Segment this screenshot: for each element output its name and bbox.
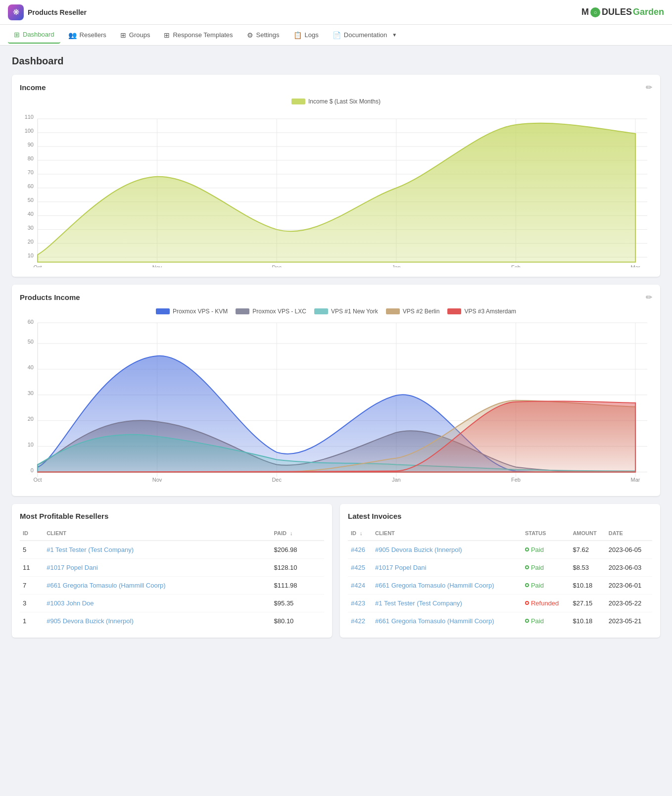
invoice-link[interactable]: #424 [351,582,365,589]
row-inv-date: 2023-05-22 [606,594,652,612]
products-svg: 0 10 20 30 40 50 60 [20,319,652,487]
page-title: Dashboard [12,55,660,67]
brand-logo: M ○ DULES Garden [581,7,664,17]
most-profitable-header-row: ID CLIENT PAID ↓ [20,526,324,541]
row-id: 5 [20,541,44,559]
row-client[interactable]: #1017 Popel Dani [44,558,271,576]
app-logo: ❋ Products Reseller [8,4,87,20]
svg-text:Dec: Dec [272,264,282,267]
client-link[interactable]: #905 Devora Buzick (Innerpol) [47,617,134,625]
col-inv-amount: AMOUNT [570,526,605,541]
svg-text:110: 110 [25,114,34,120]
row-paid: $206.98 [271,541,324,559]
page-content: Dashboard Income ✏ Income $ (Last Six Mo… [0,46,672,647]
row-inv-date: 2023-06-03 [606,558,652,576]
row-paid: $95.35 [271,594,324,612]
legend-vps3: VPS #3 Amsterdam [447,308,516,315]
col-inv-id: ID ↓ [348,526,372,541]
inv-client-link[interactable]: #1017 Popel Dani [375,564,426,571]
svg-text:Oct: Oct [33,477,42,483]
legend-vps2: VPS #2 Berlin [386,308,440,315]
nav-response-templates[interactable]: ⊞ Response Templates [158,27,239,43]
client-link[interactable]: #1 Test Tester (Test Company) [47,546,134,553]
row-inv-client[interactable]: #1017 Popel Dani [372,558,522,576]
edit-income-icon[interactable]: ✏ [646,83,652,92]
row-inv-client[interactable]: #1 Test Tester (Test Company) [372,594,522,612]
latest-invoices-section: Latest Invoices ID ↓ CLIENT STATUS AMOUN… [340,504,660,638]
row-paid: $128.10 [271,558,324,576]
row-inv-id[interactable]: #424 [348,576,372,594]
income-svg: 10 20 30 40 50 60 70 80 90 100 110 [20,109,652,267]
most-profitable-title: Most Profitable Resellers [20,512,324,520]
row-inv-client[interactable]: #661 Gregoria Tomasulo (Hammill Coorp) [372,576,522,594]
row-inv-status: Paid [522,541,570,559]
row-inv-amount: $27.15 [570,594,605,612]
row-inv-client[interactable]: #661 Gregoria Tomasulo (Hammill Coorp) [372,612,522,630]
client-link[interactable]: #1017 Popel Dani [47,564,97,571]
row-client[interactable]: #661 Gregoria Tomasulo (Hammill Coorp) [44,576,271,594]
row-paid: $80.10 [271,612,324,630]
row-inv-id[interactable]: #426 [348,541,372,559]
products-income-legend: Proxmox VPS - KVM Proxmox VPS - LXC VPS … [20,308,652,315]
svg-text:30: 30 [28,390,34,396]
nav-logs[interactable]: 📋 Logs [288,27,325,43]
svg-text:10: 10 [28,441,34,447]
invoice-link[interactable]: #422 [351,617,365,625]
nav-resellers[interactable]: 👥 Resellers [62,27,112,43]
income-chart-card: Income ✏ Income $ (Last Six Months) 10 2… [12,75,660,277]
income-chart-title: Income [20,83,46,92]
app-name: Products Reseller [28,8,87,16]
invoice-link[interactable]: #426 [351,546,365,553]
svg-text:50: 50 [28,338,34,344]
svg-text:70: 70 [28,169,34,175]
invoice-link[interactable]: #423 [351,599,365,607]
svg-text:Jan: Jan [392,477,401,483]
row-id: 1 [20,612,44,630]
table-row: #422 #661 Gregoria Tomasulo (Hammill Coo… [348,612,652,630]
row-client[interactable]: #1 Test Tester (Test Company) [44,541,271,559]
status-badge: Paid [525,546,567,553]
svg-text:Dec: Dec [272,477,282,483]
row-client[interactable]: #905 Devora Buzick (Innerpol) [44,612,271,630]
row-inv-amount: $8.53 [570,558,605,576]
row-inv-status: Paid [522,558,570,576]
status-badge: Refunded [525,599,567,607]
table-row: 3 #1003 John Doe $95.35 [20,594,324,612]
row-inv-client[interactable]: #905 Devora Buzick (Innerpol) [372,541,522,559]
nav-groups[interactable]: ⊞ Groups [114,27,156,43]
row-inv-id[interactable]: #425 [348,558,372,576]
inv-client-link[interactable]: #661 Gregoria Tomasulo (Hammill Coorp) [375,617,494,625]
svg-text:30: 30 [28,225,34,231]
income-legend: Income $ (Last Six Months) [20,98,652,105]
nav-dashboard[interactable]: ⊞ Dashboard [8,27,60,44]
inv-client-link[interactable]: #905 Devora Buzick (Innerpol) [375,546,462,553]
status-dot [525,547,529,551]
client-link[interactable]: #661 Gregoria Tomasulo (Hammill Coorp) [47,582,165,589]
svg-text:Mar: Mar [631,477,640,483]
products-income-chart-card: Products Income ✏ Proxmox VPS - KVM Prox… [12,285,660,496]
row-inv-id[interactable]: #423 [348,594,372,612]
row-client[interactable]: #1003 John Doe [44,594,271,612]
sort-paid-icon: ↓ [290,530,293,536]
client-link[interactable]: #1003 John Doe [47,599,94,607]
chevron-down-icon: ▼ [392,32,397,38]
invoice-link[interactable]: #425 [351,564,365,571]
row-inv-id[interactable]: #422 [348,612,372,630]
svg-text:Jan: Jan [392,264,401,267]
row-id: 3 [20,594,44,612]
svg-text:60: 60 [28,183,34,189]
inv-client-link[interactable]: #1 Test Tester (Test Company) [375,599,462,607]
row-inv-date: 2023-06-05 [606,541,652,559]
app-icon: ❋ [8,4,24,20]
edit-products-income-icon[interactable]: ✏ [646,293,652,302]
status-badge: Paid [525,582,567,589]
inv-client-link[interactable]: #661 Gregoria Tomasulo (Hammill Coorp) [375,582,494,589]
products-chart-area: 0 10 20 30 40 50 60 [20,319,652,488]
nav-settings[interactable]: ⚙ Settings [241,27,286,43]
nav-documentation[interactable]: 📄 Documentation ▼ [327,27,403,43]
income-card-header: Income ✏ [20,83,652,92]
sort-id-icon: ↓ [360,530,363,536]
dashboard-icon: ⊞ [14,31,20,39]
row-id: 11 [20,558,44,576]
status-dot [525,619,529,623]
